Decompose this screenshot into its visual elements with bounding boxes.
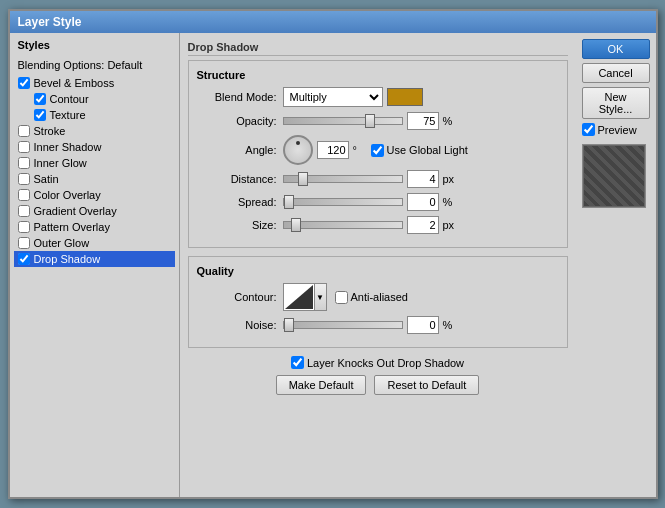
sidebar-item-bevel-emboss[interactable]: Bevel & Emboss — [14, 75, 175, 91]
sidebar-checkbox-inner-glow[interactable] — [18, 157, 30, 169]
sidebar-label-contour: Contour — [50, 93, 89, 105]
reset-to-default-button[interactable]: Reset to Default — [374, 375, 479, 395]
sidebar-item-satin[interactable]: Satin — [14, 171, 175, 187]
size-unit: px — [443, 219, 457, 231]
noise-label: Noise: — [197, 319, 277, 331]
global-light-label: Use Global Light — [371, 144, 468, 157]
sidebar-item-color-overlay[interactable]: Color Overlay — [14, 187, 175, 203]
sidebar-label-gradient-overlay: Gradient Overlay — [34, 205, 117, 217]
spread-slider[interactable] — [283, 198, 403, 206]
preview-box — [582, 144, 646, 208]
distance-value[interactable] — [407, 170, 439, 188]
sidebar-item-inner-shadow[interactable]: Inner Shadow — [14, 139, 175, 155]
quality-title: Quality — [197, 265, 559, 277]
noise-slider-container: % — [283, 316, 457, 334]
angle-label: Angle: — [197, 144, 277, 156]
noise-value[interactable] — [407, 316, 439, 334]
opacity-value[interactable] — [407, 112, 439, 130]
contour-thumb[interactable] — [283, 283, 315, 311]
preview-checkbox[interactable] — [582, 123, 595, 136]
size-value[interactable] — [407, 216, 439, 234]
angle-control: ° Use Global Light — [283, 135, 468, 165]
opacity-label: Opacity: — [197, 115, 277, 127]
sidebar-checkbox-color-overlay[interactable] — [18, 189, 30, 201]
new-style-button[interactable]: New Style... — [582, 87, 650, 119]
sidebar-checkbox-pattern-overlay[interactable] — [18, 221, 30, 233]
ok-button[interactable]: OK — [582, 39, 650, 59]
sidebar-label-satin: Satin — [34, 173, 59, 185]
layer-knocks-row: Layer Knocks Out Drop Shadow — [188, 356, 568, 369]
sidebar-checkbox-satin[interactable] — [18, 173, 30, 185]
noise-unit: % — [443, 319, 457, 331]
size-label: Size: — [197, 219, 277, 231]
sidebar-items: Bevel & EmbossContourTextureStrokeInner … — [14, 75, 175, 267]
sidebar-checkbox-contour[interactable] — [34, 93, 46, 105]
angle-value[interactable] — [317, 141, 349, 159]
sidebar-checkbox-texture[interactable] — [34, 109, 46, 121]
anti-aliased-label: Anti-aliased — [335, 291, 408, 304]
distance-unit: px — [443, 173, 457, 185]
sidebar-checkbox-inner-shadow[interactable] — [18, 141, 30, 153]
sidebar-label-inner-shadow: Inner Shadow — [34, 141, 102, 153]
sidebar-label-texture: Texture — [50, 109, 86, 121]
opacity-slider[interactable] — [283, 117, 403, 125]
distance-slider-container: px — [283, 170, 457, 188]
sidebar-checkbox-gradient-overlay[interactable] — [18, 205, 30, 217]
drop-shadow-title: Drop Shadow — [188, 41, 568, 56]
sidebar-checkbox-outer-glow[interactable] — [18, 237, 30, 249]
blend-color-swatch[interactable] — [387, 88, 423, 106]
size-slider[interactable] — [283, 221, 403, 229]
spread-row: Spread: % — [197, 193, 559, 211]
spread-slider-container: % — [283, 193, 457, 211]
sidebar-checkbox-drop-shadow[interactable] — [18, 253, 30, 265]
distance-label: Distance: — [197, 173, 277, 185]
sidebar-item-contour[interactable]: Contour — [14, 91, 175, 107]
sidebar-title: Styles — [14, 37, 175, 53]
sidebar-checkbox-bevel-emboss[interactable] — [18, 77, 30, 89]
size-slider-container: px — [283, 216, 457, 234]
sidebar-label-pattern-overlay: Pattern Overlay — [34, 221, 110, 233]
size-row: Size: px — [197, 216, 559, 234]
sidebar-item-texture[interactable]: Texture — [14, 107, 175, 123]
distance-slider[interactable] — [283, 175, 403, 183]
sidebar-checkbox-stroke[interactable] — [18, 125, 30, 137]
title-bar-label: Layer Style — [18, 15, 82, 29]
sidebar-label-stroke: Stroke — [34, 125, 66, 137]
main-content: Drop Shadow Structure Blend Mode: Multip… — [180, 33, 576, 497]
sidebar-label-color-overlay: Color Overlay — [34, 189, 101, 201]
distance-row: Distance: px — [197, 170, 559, 188]
cancel-button[interactable]: Cancel — [582, 63, 650, 83]
spread-value[interactable] — [407, 193, 439, 211]
blend-mode-row: Blend Mode: Multiply Normal Screen Overl… — [197, 87, 559, 107]
svg-marker-0 — [285, 285, 313, 309]
blending-options-label[interactable]: Blending Options: Default — [14, 57, 175, 73]
structure-group: Structure Blend Mode: Multiply Normal Sc… — [188, 60, 568, 248]
quality-group: Quality Contour: ▼ Anti-alia — [188, 256, 568, 348]
sidebar-item-outer-glow[interactable]: Outer Glow — [14, 235, 175, 251]
anti-aliased-checkbox[interactable] — [335, 291, 348, 304]
contour-label: Contour: — [197, 291, 277, 303]
spread-label: Spread: — [197, 196, 277, 208]
opacity-row: Opacity: % — [197, 112, 559, 130]
noise-slider[interactable] — [283, 321, 403, 329]
blend-mode-select[interactable]: Multiply Normal Screen Overlay Darken Li… — [283, 87, 383, 107]
angle-row: Angle: ° Use Global Light — [197, 135, 559, 165]
layer-knocks-label: Layer Knocks Out Drop Shadow — [291, 356, 464, 369]
contour-selector: ▼ — [283, 283, 327, 311]
sidebar-item-pattern-overlay[interactable]: Pattern Overlay — [14, 219, 175, 235]
right-buttons: OK Cancel New Style... Preview — [576, 33, 656, 497]
spread-unit: % — [443, 196, 457, 208]
contour-dropdown-arrow[interactable]: ▼ — [315, 283, 327, 311]
sidebar-item-stroke[interactable]: Stroke — [14, 123, 175, 139]
make-default-button[interactable]: Make Default — [276, 375, 367, 395]
angle-dial[interactable] — [283, 135, 313, 165]
layer-knocks-checkbox[interactable] — [291, 356, 304, 369]
sidebar-item-drop-shadow[interactable]: Drop Shadow — [14, 251, 175, 267]
title-bar: Layer Style — [10, 11, 656, 33]
global-light-checkbox[interactable] — [371, 144, 384, 157]
sidebar-item-gradient-overlay[interactable]: Gradient Overlay — [14, 203, 175, 219]
preview-thumbnail — [584, 146, 644, 206]
sidebar-item-inner-glow[interactable]: Inner Glow — [14, 155, 175, 171]
sidebar-label-drop-shadow: Drop Shadow — [34, 253, 101, 265]
noise-row: Noise: % — [197, 316, 559, 334]
